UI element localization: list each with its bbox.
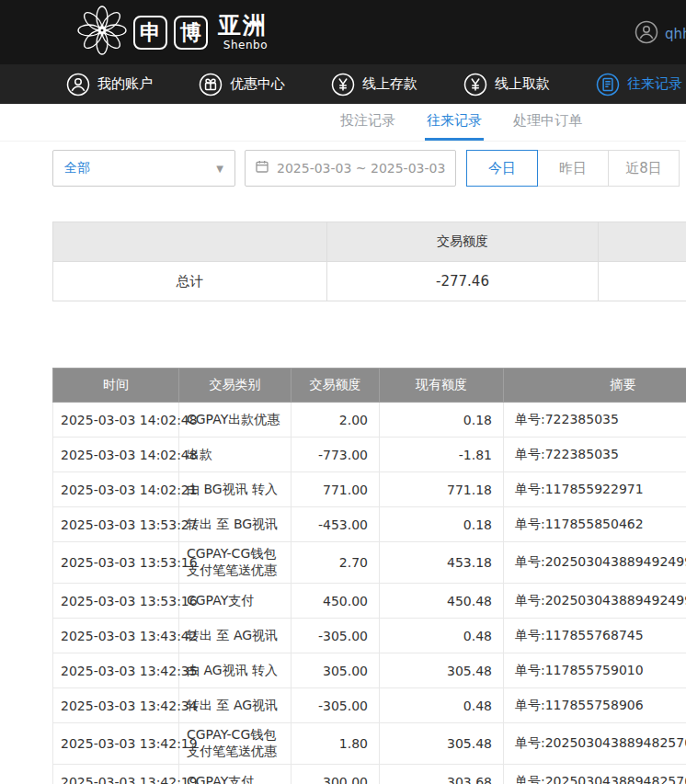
col-header-amount: 交易额度	[292, 369, 380, 403]
time-cell: 2025-03-03 13:43:42	[53, 619, 179, 653]
summary-cell: 单号:202503043889492499	[504, 584, 686, 619]
summary-cell: 单号:202503043889482570	[504, 723, 686, 765]
summary-total-row: 总计 -277.46	[53, 262, 686, 301]
records-header-row: 时间 交易类别 交易额度 现有额度 摘要	[53, 369, 686, 403]
nav-label: 往来记录	[627, 75, 682, 93]
type-cell: CGPAY-CG钱包支付笔笔送优惠	[179, 723, 292, 765]
amount-cell: -453.00	[292, 507, 380, 542]
date-range-picker[interactable]: 2025-03-03 ~ 2025-03-03	[245, 150, 456, 187]
deposit-coin-icon	[331, 73, 355, 97]
nav-label: 我的账户	[97, 75, 153, 93]
amount-cell: -305.00	[292, 688, 380, 723]
records-tab-bar: 投注记录 往来记录 处理中订单	[0, 104, 686, 142]
balance-cell: 771.18	[380, 472, 504, 507]
summary-header-empty-left	[53, 222, 327, 262]
summary-cell: 单号:117855850462	[504, 507, 686, 542]
time-cell: 2025-03-03 14:02:48	[53, 403, 179, 437]
col-header-type: 交易类别	[179, 369, 292, 403]
nav-item-withdraw[interactable]: 线上取款	[463, 73, 550, 97]
type-cell: 转出 至 AG视讯	[179, 619, 292, 653]
type-cell: CGPAY-CG钱包支付笔笔送优惠	[179, 542, 292, 584]
type-filter-value: 全部	[64, 160, 90, 176]
tab-bet-records[interactable]: 投注记录	[338, 104, 397, 141]
amount-cell: 2.00	[292, 403, 380, 437]
nav-item-promotions[interactable]: 优惠中心	[199, 73, 285, 97]
table-row: 2025-03-03 13:43:42转出 至 AG视讯-305.000.48单…	[53, 619, 686, 653]
summary-cell: 单号:117855758906	[504, 688, 686, 723]
summary-header-row: 交易额度	[53, 222, 686, 262]
user-avatar-icon	[635, 20, 658, 48]
type-cell: CGPAY支付	[179, 765, 292, 784]
nav-item-deposit[interactable]: 线上存款	[331, 73, 417, 97]
table-row: 2025-03-03 13:42:19CGPAY-CG钱包支付笔笔送优惠1.80…	[53, 723, 686, 765]
user-account-area[interactable]: qhh	[635, 20, 686, 48]
time-cell: 2025-03-03 13:53:27	[53, 507, 179, 542]
time-cell: 2025-03-03 14:02:48	[53, 437, 179, 472]
type-filter-select[interactable]: 全部 ▼	[52, 150, 235, 187]
logo-region-text: 亚洲	[218, 14, 268, 37]
summary-cell: 单号:117855759010	[504, 653, 686, 688]
date-range-value: 2025-03-03 ~ 2025-03-03	[277, 161, 445, 176]
username-text: qhh	[665, 26, 686, 42]
top-header: 申 博 亚洲 Shenbo qhh	[0, 0, 686, 64]
logo-char-shen: 申	[133, 16, 167, 50]
lotus-flower-icon	[77, 6, 127, 59]
balance-cell: 0.48	[380, 619, 504, 653]
summary-cell: 单号:202503043889482570	[504, 765, 686, 784]
summary-cell: 单号:117855768745	[504, 619, 686, 653]
time-cell: 2025-03-03 13:53:16	[53, 542, 179, 584]
balance-cell: 453.18	[380, 542, 504, 584]
withdraw-coin-icon	[463, 73, 487, 97]
balance-cell: 0.48	[380, 688, 504, 723]
time-cell: 2025-03-03 13:42:19	[53, 723, 179, 765]
amount-cell: 305.00	[292, 653, 380, 688]
today-button[interactable]: 今日	[466, 150, 538, 187]
summary-header-amount: 交易额度	[327, 222, 599, 262]
time-cell: 2025-03-03 13:42:34	[53, 688, 179, 723]
site-logo: 申 博 亚洲 Shenbo	[77, 6, 268, 59]
type-cell: 由 AG视讯 转入	[179, 653, 292, 688]
summary-total-value: -277.46	[327, 262, 599, 301]
time-cell: 2025-03-03 13:42:19	[53, 765, 179, 784]
type-cell: CGPAY出款优惠	[179, 403, 292, 437]
balance-cell: 305.48	[380, 653, 504, 688]
type-cell: CGPAY支付	[179, 584, 292, 619]
balance-cell: 305.48	[380, 723, 504, 765]
balance-cell: 0.18	[380, 403, 504, 437]
tab-transaction-records[interactable]: 往来记录	[425, 104, 484, 141]
yesterday-button[interactable]: 昨日	[537, 150, 609, 187]
summary-empty-cell	[599, 262, 686, 301]
nav-item-transactions[interactable]: 往来记录	[596, 73, 682, 97]
table-row: 2025-03-03 13:53:16CGPAY支付450.00450.48单号…	[53, 584, 686, 619]
nav-label: 线上取款	[495, 75, 550, 93]
records-table: 时间 交易类别 交易额度 现有额度 摘要 2025-03-03 14:02:48…	[52, 368, 686, 784]
summary-header-empty-right	[599, 222, 686, 262]
balance-cell: 450.48	[380, 584, 504, 619]
logo-subtitle: Shenbo	[218, 39, 268, 51]
amount-cell: 771.00	[292, 472, 380, 507]
logo-region-block: 亚洲 Shenbo	[218, 14, 268, 51]
summary-cell: 单号:202503043889492499	[504, 542, 686, 584]
type-cell: 出款	[179, 437, 292, 472]
main-navbar: 我的账户 优惠中心 线上存款 线上	[0, 64, 686, 104]
records-icon	[596, 73, 620, 97]
amount-cell: -773.00	[292, 437, 380, 472]
col-header-balance: 现有额度	[380, 369, 504, 403]
gift-icon	[199, 73, 223, 97]
summary-table: 交易额度 总计 -277.46	[52, 222, 686, 301]
balance-cell: 0.18	[380, 507, 504, 542]
nav-label: 线上存款	[362, 75, 417, 93]
table-row: 2025-03-03 13:42:34转出 至 AG视讯-305.000.48单…	[53, 688, 686, 723]
amount-cell: 2.70	[292, 542, 380, 584]
records-table-body: 2025-03-03 14:02:48CGPAY出款优惠2.000.18单号:7…	[53, 403, 686, 784]
time-cell: 2025-03-03 13:53:16	[53, 584, 179, 619]
col-header-time: 时间	[53, 369, 179, 403]
last-8-days-button[interactable]: 近8日	[608, 150, 680, 187]
logo-char-bo: 博	[174, 16, 208, 50]
chevron-down-icon: ▼	[216, 164, 223, 174]
calendar-icon	[255, 159, 269, 177]
nav-item-my-account[interactable]: 我的账户	[66, 73, 153, 97]
tab-processing-orders[interactable]: 处理中订单	[511, 104, 584, 141]
quick-range-group: 今日 昨日 近8日	[467, 150, 680, 187]
type-cell: 由 BG视讯 转入	[179, 472, 292, 507]
